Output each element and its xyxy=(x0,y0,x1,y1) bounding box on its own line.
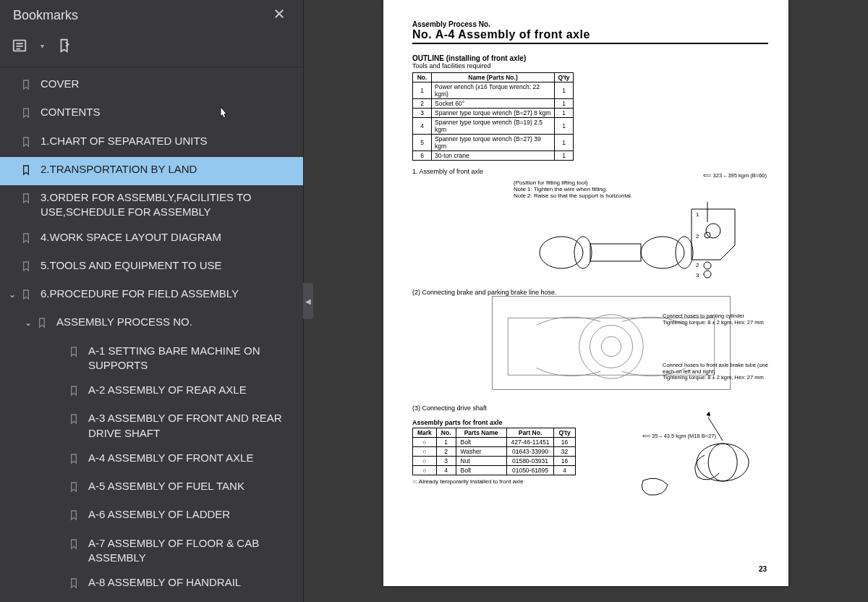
bookmark-label: 3.ORDER FOR ASSEMBLY,FACILITIES TO USE,S… xyxy=(41,190,296,220)
bookmark-label: 6.PROCEDURE FOR FIELD ASSEMBLY xyxy=(41,287,296,301)
bookmark-item[interactable]: A-5 ASSEMBLY OF FUEL TANK xyxy=(0,474,303,502)
th-pname: Parts Name xyxy=(456,428,506,438)
bookmark-label: A-8 ASSEMBLY OF HANDRAIL xyxy=(88,575,296,590)
close-panel-button[interactable] xyxy=(267,3,292,27)
bookmark-item[interactable]: A-4 ASSEMBLY OF FRONT AXLE xyxy=(0,446,303,474)
bookmark-item[interactable]: A-1 SETTING BARE MACHINE ON SUPPORTS xyxy=(0,339,303,378)
bookmark-item[interactable]: COVER xyxy=(0,72,303,100)
bookmark-item[interactable]: A-9 ASSEMBLY OF TIRE & WHEEL ASSEMBLY xyxy=(0,598,303,602)
bookmark-flag-icon xyxy=(57,38,73,54)
section-2: (2) Connecting brake and parking brake l… xyxy=(412,289,768,296)
document-viewport[interactable]: ◀ Assembly Process No. No. A-4 Assembly … xyxy=(304,0,868,602)
bookmark-icon xyxy=(68,452,82,469)
bookmark-label: A-6 ASSEMBLY OF LADDER xyxy=(88,507,296,522)
svg-text:1: 1 xyxy=(696,211,699,218)
bookmark-icon xyxy=(20,192,35,208)
bookmark-item[interactable]: 1.CHART OF SEPARATED UNITS xyxy=(0,129,303,157)
table-row: 3Spanner type torque wrench (B=27) 8 kgm… xyxy=(413,109,574,118)
svg-text:4: 4 xyxy=(707,412,710,417)
dropdown-icon: ▾ xyxy=(41,42,44,50)
bookmark-icon xyxy=(20,260,35,276)
bookmark-item[interactable]: A-6 ASSEMBLY OF LADDER xyxy=(0,502,303,530)
process-label: Assembly Process No. xyxy=(412,20,768,28)
view-options-button[interactable] xyxy=(12,38,27,56)
bookmark-icon xyxy=(20,135,35,152)
table-row: ○2Washer01643-3399032 xyxy=(413,447,576,457)
figure-drive-shaft: 4 xyxy=(590,412,768,506)
table-row: 1Power wrench (x16 Torque wrench: 22 kgm… xyxy=(413,82,574,99)
bookmark-label: 1.CHART OF SEPARATED UNITS xyxy=(41,134,296,148)
bookmark-label: A-2 ASSEMBLY OF REAR AXLE xyxy=(88,383,296,397)
sidebar-title: Bookmarks xyxy=(13,8,78,23)
th-mark: Mark xyxy=(413,428,437,438)
bookmark-item[interactable]: 3.ORDER FOR ASSEMBLY,FACILITIES TO USE,S… xyxy=(0,185,303,225)
bookmark-icon xyxy=(68,384,82,401)
bookmark-item[interactable]: ⌄ASSEMBLY PROCESS NO. xyxy=(0,310,303,338)
bookmark-tree[interactable]: COVERCONTENTS1.CHART OF SEPARATED UNITS2… xyxy=(0,67,303,602)
th-no: No. xyxy=(413,73,432,82)
bookmark-icon xyxy=(68,345,82,362)
bookmark-item[interactable]: 2.TRANSPORTATION BY LAND xyxy=(0,157,303,185)
table-row: ○1Bolt427-46-1145116 xyxy=(413,438,576,447)
parts-table-title: Assembly parts for front axle xyxy=(412,419,576,426)
th-name: Name (Parts No.) xyxy=(432,73,555,82)
bookmark-label: 2.TRANSPORTATION BY LAND xyxy=(41,162,296,177)
bookmark-icon xyxy=(20,232,35,248)
bookmark-icon xyxy=(20,78,35,95)
outline-subtitle: Tools and facilities required xyxy=(412,62,768,69)
sidebar-header: Bookmarks xyxy=(0,0,303,30)
parts-footnote: ○: Already temporarily installed to fron… xyxy=(412,478,576,485)
outline-title: OUTLINE (installing of front axle) xyxy=(412,54,768,62)
svg-point-9 xyxy=(704,262,711,269)
bookmark-label: A-5 ASSEMBLY OF FUEL TANK xyxy=(88,479,296,493)
bookmark-item[interactable]: 4.WORK SPACE LAYOUT DIAGRAM xyxy=(0,225,303,253)
note-2: Note 2: Raise so that the support is hor… xyxy=(514,192,768,199)
collapse-icon[interactable]: ⌄ xyxy=(20,317,36,328)
bookmark-item[interactable]: A-8 ASSEMBLY OF HANDRAIL xyxy=(0,570,303,598)
bookmark-item[interactable]: A-2 ASSEMBLY OF REAR AXLE xyxy=(0,378,303,406)
bookmark-item[interactable]: A-7 ASSEMBLY OF FLOOR & CAB ASSEMBLY xyxy=(0,531,303,571)
caption-parking-cylinder: Connect hoses to parking cylinderTighten… xyxy=(663,313,778,326)
th-pno: No. xyxy=(436,428,456,438)
torque-note-2: ⟸ 35 – 43.5 kgm (M18 B=27) xyxy=(642,433,716,439)
svg-point-22 xyxy=(708,444,737,481)
figure-axle-assembly: 1 2 2 3 xyxy=(412,202,768,281)
th-partno: Part No. xyxy=(506,428,554,438)
bookmark-label: A-3 ASSEMBLY OF FRONT AND REAR DRIVE SHA… xyxy=(88,411,296,441)
svg-point-10 xyxy=(704,271,711,278)
torque-note-1: ⟸ 323 – 395 kgm (B=60) xyxy=(703,172,767,179)
bookmark-label: COVER xyxy=(41,77,296,91)
table-row: 5Spanner type torque wrench (B=27) 39 kg… xyxy=(413,135,574,151)
bookmark-item[interactable]: ⌄6.PROCEDURE FOR FIELD ASSEMBLY xyxy=(0,281,303,310)
bookmark-icon xyxy=(36,316,51,333)
bookmarks-panel: Bookmarks ▾ COVERCONTENTS1.CHART OF SEPA… xyxy=(0,0,304,602)
svg-point-21 xyxy=(697,444,749,481)
page-number: 23 xyxy=(759,565,767,573)
figure-brake-hose: Connect hoses to parking cylinderTighten… xyxy=(412,296,768,397)
bookmark-item[interactable]: CONTENTS xyxy=(0,100,303,128)
svg-text:3: 3 xyxy=(696,272,699,279)
list-icon xyxy=(12,38,27,54)
page-title: No. A-4 Assembly of front axle xyxy=(412,28,768,44)
shaft-diagram-icon: 4 xyxy=(590,412,768,506)
bookmark-label: 4.WORK SPACE LAYOUT DIAGRAM xyxy=(41,230,296,245)
current-bookmark-button[interactable] xyxy=(57,38,73,56)
collapse-sidebar-handle[interactable]: ◀ xyxy=(303,283,313,319)
note-1: Note 1: Tighten the wire when fitting. xyxy=(514,186,768,192)
bookmark-item[interactable]: 5.TOOLS AND EQUIPMENT TO USE xyxy=(0,253,303,281)
bookmark-icon xyxy=(68,480,82,497)
bookmark-label: ASSEMBLY PROCESS NO. xyxy=(56,315,296,329)
lifting-notes: (Position for fitting lifting tool) Note… xyxy=(514,179,768,199)
axle-diagram-icon: 1 2 2 3 xyxy=(412,202,768,281)
bookmark-icon xyxy=(20,164,35,180)
bookmark-label: CONTENTS xyxy=(41,105,296,119)
bookmark-label: A-7 ASSEMBLY OF FLOOR & CAB ASSEMBLY xyxy=(88,536,296,566)
bookmark-item[interactable]: A-3 ASSEMBLY OF FRONT AND REAR DRIVE SHA… xyxy=(0,406,303,446)
bookmark-icon xyxy=(68,509,82,525)
bookmark-icon xyxy=(68,577,82,593)
collapse-icon[interactable]: ⌄ xyxy=(4,289,20,300)
th-qty: Q'ty xyxy=(555,73,574,82)
sidebar-toolbar: ▾ xyxy=(0,30,303,67)
section-3: (3) Connecting drive shaft xyxy=(412,404,768,412)
svg-point-15 xyxy=(579,315,644,379)
